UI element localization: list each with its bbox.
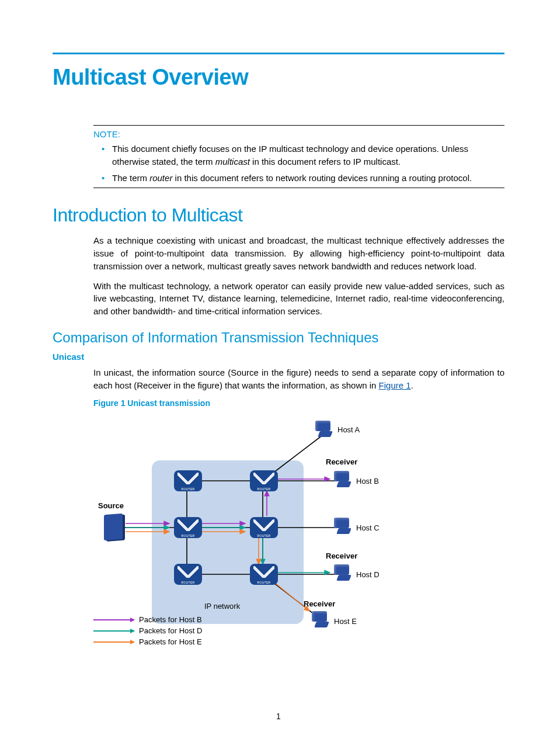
intro-para-2: With the multicast technology, a network… [93, 280, 504, 318]
figure-1-caption: Figure 1 Unicast transmission [93, 398, 504, 408]
legend-row: Packets for Host D [93, 626, 202, 635]
page-title: Multicast Overview [53, 65, 504, 90]
note-label: NOTE: [93, 129, 504, 139]
router-icon [174, 470, 202, 491]
unicast-para: In unicast, the information source (Sour… [93, 366, 504, 392]
legend-row: Packets for Host E [93, 637, 202, 646]
unicast-text-pre: In unicast, the information source (Sour… [93, 367, 504, 390]
note-item: This document chiefly focuses on the IP … [102, 143, 504, 168]
intro-para-1: As a technique coexisting with unicast a… [93, 234, 504, 272]
host-icon [333, 518, 353, 535]
title-rule [53, 53, 504, 54]
note-list: This document chiefly focuses on the IP … [93, 143, 504, 184]
host-icon [333, 471, 353, 488]
note-bottom-rule [93, 188, 504, 188]
router-icon [174, 517, 202, 538]
legend-label-d: Packets for Host D [139, 626, 202, 635]
router-icon [250, 470, 278, 491]
host-icon [311, 611, 330, 629]
figure-1-diagram: Source Host A Receiver Host B Host C Rec… [93, 414, 420, 653]
note-box: NOTE: This document chiefly focuses on t… [93, 125, 504, 188]
unicast-heading: Unicast [53, 352, 504, 362]
legend-arrow-icon [93, 641, 134, 643]
receiver-label: Receiver [304, 599, 335, 608]
note-top-rule [93, 125, 504, 126]
note-item: The term router in this document refers … [102, 172, 504, 185]
figure-1-link[interactable]: Figure 1 [379, 380, 411, 390]
subsection-compare-heading: Comparison of Information Transmission T… [53, 330, 504, 346]
host-e-label: Host E [334, 617, 357, 626]
receiver-label: Receiver [326, 457, 357, 466]
host-icon [333, 564, 353, 582]
legend-arrow-icon [93, 619, 134, 620]
legend-label-e: Packets for Host E [139, 637, 202, 646]
legend-label-b: Packets for Host B [139, 615, 202, 624]
host-b-label: Host B [356, 477, 379, 485]
router-icon [250, 564, 278, 585]
host-icon [314, 421, 334, 438]
receiver-label: Receiver [326, 552, 357, 560]
host-c-label: Host C [356, 523, 380, 532]
host-d-label: Host D [356, 570, 380, 579]
ip-network-label: IP network [204, 602, 240, 611]
source-label: Source [98, 501, 124, 510]
router-icon [250, 517, 278, 538]
server-icon [104, 514, 123, 540]
router-icon [174, 564, 202, 585]
page-number: 1 [0, 712, 557, 721]
legend-arrow-icon [93, 630, 134, 632]
legend-row: Packets for Host B [93, 615, 202, 624]
section-intro-heading: Introduction to Multicast [53, 204, 504, 226]
host-a-label: Host A [337, 425, 360, 434]
unicast-text-post: . [411, 380, 413, 390]
legend: Packets for Host B Packets for Host D Pa… [93, 615, 202, 649]
